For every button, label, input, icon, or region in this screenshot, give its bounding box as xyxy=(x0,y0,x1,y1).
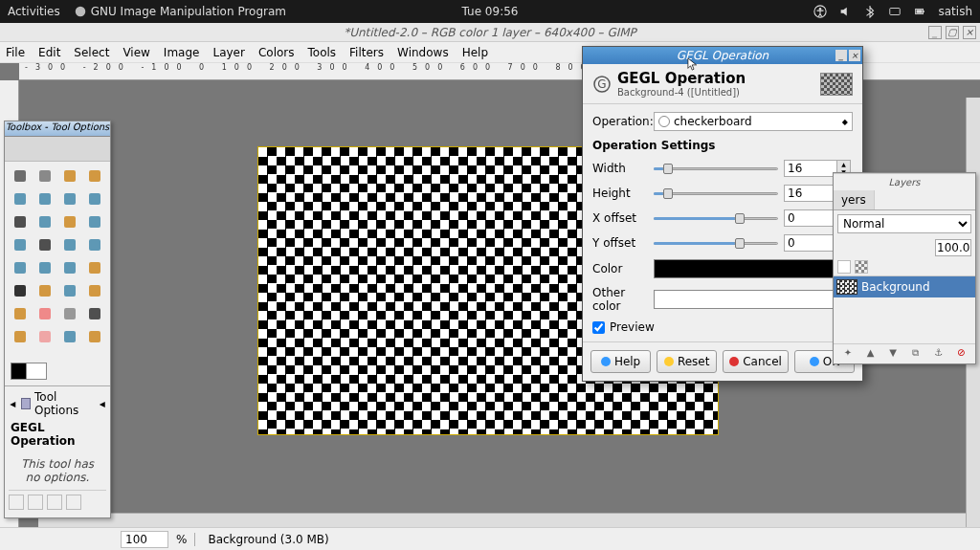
pencil-tool[interactable] xyxy=(83,280,106,301)
menu-windows[interactable]: Windows xyxy=(397,46,449,59)
anchor-layer-icon[interactable]: ⚓ xyxy=(931,347,945,361)
scale-tool[interactable] xyxy=(83,234,106,255)
heal-tool[interactable] xyxy=(33,326,56,347)
zoom-tool[interactable] xyxy=(33,211,56,232)
close-button[interactable]: × xyxy=(963,26,976,39)
blend-mode-select[interactable]: Normal xyxy=(837,214,971,233)
delete-layer-icon[interactable]: ⊘ xyxy=(954,347,968,361)
text-tool[interactable] xyxy=(9,280,32,301)
width-input[interactable] xyxy=(784,160,837,177)
clock[interactable]: Tue 09:56 xyxy=(462,5,519,18)
move-tool[interactable] xyxy=(83,211,106,232)
horizontal-scrollbar[interactable] xyxy=(38,513,966,527)
delete-options-icon[interactable] xyxy=(47,495,62,510)
volume-icon[interactable] xyxy=(838,5,852,18)
xoffset-input[interactable] xyxy=(784,209,837,227)
scissors-tool[interactable] xyxy=(33,188,56,209)
airbrush-tool[interactable] xyxy=(58,303,81,324)
bucket-fill-tool[interactable] xyxy=(33,280,56,301)
restore-options-icon[interactable] xyxy=(28,495,43,510)
operation-select[interactable]: checkerboard ◆ xyxy=(654,112,853,131)
activities-button[interactable]: Activities xyxy=(8,5,60,18)
menu-file[interactable]: File xyxy=(6,46,25,59)
yoffset-slider[interactable] xyxy=(654,237,778,249)
tool-options-header[interactable]: ◂ Tool Options ◂ xyxy=(9,390,106,417)
accessibility-icon[interactable] xyxy=(813,5,827,18)
menu-layer[interactable]: Layer xyxy=(212,46,244,59)
dialog-titlebar[interactable]: GEGL Operation _ × xyxy=(583,47,862,64)
layers-tab[interactable]: yers xyxy=(834,190,875,209)
user-menu[interactable]: satish xyxy=(938,5,972,18)
eraser-tool[interactable] xyxy=(33,303,56,324)
free-select-tool[interactable] xyxy=(58,165,81,187)
reset-button[interactable]: Reset xyxy=(657,350,717,373)
ellipse-select-tool[interactable] xyxy=(33,165,56,187)
paintbrush-tool[interactable] xyxy=(9,303,32,324)
menu-help[interactable]: Help xyxy=(462,46,488,59)
xoffset-slider[interactable] xyxy=(654,212,778,224)
dialog-minimize-button[interactable]: _ xyxy=(835,50,847,61)
lock-alpha-icon[interactable] xyxy=(855,260,868,274)
help-button[interactable]: Help xyxy=(590,350,651,373)
layer-row[interactable]: Background xyxy=(834,276,975,297)
cage-tool[interactable] xyxy=(83,257,106,278)
opacity-input[interactable] xyxy=(935,239,971,256)
zoom-input[interactable] xyxy=(121,531,168,548)
rect-select-tool[interactable] xyxy=(9,165,32,187)
maximize-button[interactable]: ▢ xyxy=(946,26,959,39)
menu-image[interactable]: Image xyxy=(164,46,200,59)
menu-view[interactable]: View xyxy=(122,46,149,59)
cancel-button[interactable]: Cancel xyxy=(723,350,789,373)
background-color[interactable] xyxy=(26,363,47,380)
smudge-tool[interactable] xyxy=(83,326,106,347)
collapse-icon[interactable]: ◂ xyxy=(9,397,17,410)
lower-layer-icon[interactable]: ▼ xyxy=(886,347,900,361)
menu-tools[interactable]: Tools xyxy=(308,46,337,59)
height-input[interactable] xyxy=(784,185,837,202)
clone-tool[interactable] xyxy=(9,326,32,347)
menu-colors[interactable]: Colors xyxy=(258,46,295,59)
toolbox-title[interactable]: Toolbox - Tool Options xyxy=(5,121,110,137)
color-picker-tool[interactable] xyxy=(9,211,32,232)
blur-tool[interactable] xyxy=(58,326,81,347)
lock-pixels-icon[interactable] xyxy=(837,260,851,274)
menu-edit[interactable]: Edit xyxy=(38,46,60,59)
preview-checkbox[interactable] xyxy=(592,321,605,334)
perspective-tool[interactable] xyxy=(33,257,56,278)
app-menu[interactable]: GNU Image Manipulation Program xyxy=(74,5,286,18)
align-tool[interactable] xyxy=(9,234,32,255)
svg-rect-36 xyxy=(39,331,51,342)
width-slider[interactable] xyxy=(654,163,778,174)
shear-tool[interactable] xyxy=(9,257,32,278)
layers-title[interactable]: Layers xyxy=(834,173,975,190)
battery-icon[interactable] xyxy=(913,5,926,18)
height-slider[interactable] xyxy=(654,187,778,199)
color-select-tool[interactable] xyxy=(9,188,32,209)
dialog-close-button[interactable]: × xyxy=(849,50,860,61)
raise-layer-icon[interactable]: ▲ xyxy=(863,347,877,361)
duplicate-layer-icon[interactable]: ⧉ xyxy=(909,347,923,361)
crop-tool[interactable] xyxy=(33,234,56,255)
spin-up-icon[interactable]: ▲ xyxy=(837,161,850,168)
fuzzy-select-tool[interactable] xyxy=(83,165,106,187)
measure-tool[interactable] xyxy=(58,211,81,232)
minimize-button[interactable]: _ xyxy=(928,26,942,39)
network-icon[interactable] xyxy=(888,5,902,18)
menu-icon[interactable]: ◂ xyxy=(99,397,107,410)
foreground-select-tool[interactable] xyxy=(58,188,81,209)
paths-tool[interactable] xyxy=(83,188,106,209)
blend-tool[interactable] xyxy=(58,280,81,301)
flip-tool[interactable] xyxy=(58,257,81,278)
status-bar: % Background (3.0 MB) xyxy=(0,527,980,550)
ink-tool[interactable] xyxy=(83,303,106,324)
rotate-tool[interactable] xyxy=(58,234,81,255)
bluetooth-icon[interactable] xyxy=(863,5,877,18)
color-picker-secondary[interactable] xyxy=(654,290,853,309)
new-layer-icon[interactable]: ✦ xyxy=(841,347,855,361)
menu-filters[interactable]: Filters xyxy=(349,46,384,59)
yoffset-input[interactable] xyxy=(784,234,837,252)
color-picker-primary[interactable] xyxy=(654,259,853,278)
reset-options-icon[interactable] xyxy=(66,495,81,510)
save-options-icon[interactable] xyxy=(9,495,24,510)
menu-select[interactable]: Select xyxy=(74,46,109,59)
